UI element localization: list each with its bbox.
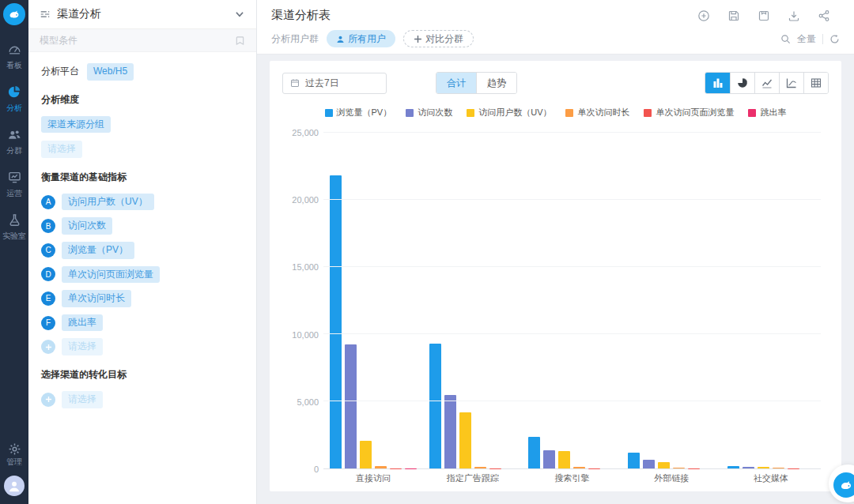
sidebar-item-segment[interactable]: 分群 — [6, 128, 22, 155]
sidebar-item-dashboard[interactable]: 看板 — [6, 43, 22, 70]
panel-header: 渠道分析 — [28, 0, 256, 29]
panel-title: 渠道分析 — [57, 7, 234, 21]
add-goal-placeholder: 请选择 — [62, 391, 103, 408]
download-icon[interactable] — [788, 9, 800, 22]
refresh-icon[interactable] — [829, 34, 840, 44]
add-metric-placeholder: 请选择 — [62, 338, 103, 355]
copy-icon[interactable] — [758, 9, 770, 22]
legend-item[interactable]: 单次访问页面浏览量 — [644, 107, 734, 118]
metric-row: C浏览量（PV） — [41, 242, 244, 259]
bar[interactable] — [345, 344, 357, 468]
metric-badge: D — [41, 267, 55, 281]
bar[interactable] — [429, 344, 441, 468]
bar[interactable] — [558, 451, 570, 468]
metric-chip[interactable]: 单次访问时长 — [62, 290, 131, 307]
line-chart-icon — [761, 77, 773, 88]
dimension-chip[interactable]: 渠道来源分组 — [41, 116, 111, 134]
compare-segment-label: 对比分群 — [425, 32, 463, 46]
metric-row: B访问次数 — [41, 217, 244, 235]
scope-label: 全量 — [797, 32, 816, 46]
audience-value: 所有用户 — [348, 32, 386, 46]
add-icon — [41, 340, 55, 354]
chart-type-line-button[interactable] — [754, 73, 779, 93]
metrics-section-title: 衡量渠道的基础指标 — [41, 171, 244, 184]
bar[interactable] — [773, 468, 784, 468]
platform-label: 分析平台 — [41, 65, 79, 78]
metric-chip[interactable]: 浏览量（PV） — [62, 242, 134, 259]
view-total-tab[interactable]: 合计 — [436, 73, 476, 93]
model-condition-bar[interactable]: 模型条件 — [28, 29, 256, 52]
chevron-down-icon[interactable] — [234, 9, 245, 20]
metric-row: D单次访问页面浏览量 — [41, 266, 244, 284]
metric-chip[interactable]: 单次访问页面浏览量 — [62, 266, 160, 284]
metric-badge: A — [41, 195, 55, 209]
legend-item[interactable]: 跳出率 — [748, 107, 786, 118]
metric-chip[interactable]: 访问次数 — [62, 217, 112, 235]
date-range-input[interactable]: 过去7日 — [282, 73, 387, 94]
audience-pill[interactable]: 所有用户 — [327, 30, 395, 47]
bar[interactable] — [444, 395, 456, 468]
platform-chip[interactable]: Web/H5 — [87, 63, 134, 81]
bar[interactable] — [528, 437, 540, 468]
bar[interactable] — [474, 467, 486, 468]
chart-type-group — [705, 72, 829, 94]
compare-segment-pill[interactable]: 对比分群 — [403, 30, 474, 47]
sidebar-item-analysis[interactable]: 分析 — [6, 85, 22, 112]
table-icon — [811, 77, 822, 88]
add-goal-row[interactable]: 请选择 — [41, 391, 244, 408]
gridline — [323, 199, 821, 200]
legend-item[interactable]: 浏览量（PV） — [325, 107, 392, 118]
chart-type-table-button[interactable] — [803, 73, 828, 93]
sidebar-item-label: 实验室 — [2, 232, 26, 240]
legend-swatch — [325, 109, 333, 117]
bookmark-icon[interactable] — [235, 36, 245, 46]
legend-swatch — [467, 109, 474, 117]
bar[interactable] — [673, 468, 685, 468]
user-icon — [336, 35, 345, 43]
bar[interactable] — [743, 467, 754, 468]
dimension-section-title: 分析维度 — [41, 93, 244, 107]
page-title: 渠道分析表 — [271, 8, 697, 23]
bar-groups: 直接访问指定广告跟踪搜索引擎外部链接社交媒体 — [323, 133, 821, 468]
bar[interactable] — [643, 460, 655, 468]
chart-type-pie-button[interactable] — [730, 73, 754, 93]
sidebar-item-manage[interactable]: 管理 — [6, 442, 22, 466]
bar[interactable] — [628, 453, 640, 468]
bar-group: 指定广告跟踪 — [423, 133, 523, 468]
bar[interactable] — [573, 467, 585, 468]
bar[interactable] — [375, 466, 387, 468]
metric-badge: F — [41, 316, 55, 330]
add-icon — [41, 393, 55, 407]
metric-list: A访问用户数（UV）B访问次数C浏览量（PV）D单次访问页面浏览量E单次访问时长… — [41, 194, 244, 332]
bar[interactable] — [360, 441, 372, 468]
x-axis-category-label: 直接访问 — [323, 472, 423, 484]
save-icon[interactable] — [727, 9, 740, 22]
share-icon[interactable] — [818, 9, 830, 22]
y-axis-tick: 5,000 — [297, 397, 319, 407]
bar[interactable] — [543, 450, 555, 468]
sidebar-item-lab[interactable]: 实验室 — [2, 213, 26, 240]
legend-item[interactable]: 单次访问时长 — [565, 107, 629, 118]
metric-chip[interactable]: 访问用户数（UV） — [62, 194, 154, 211]
legend-label: 单次访问时长 — [577, 107, 629, 118]
add-circle-icon[interactable] — [697, 9, 710, 22]
bar[interactable] — [658, 462, 670, 469]
legend-item[interactable]: 访问用户数（UV） — [467, 107, 551, 118]
view-trend-tab[interactable]: 趋势 — [476, 73, 516, 93]
bar[interactable] — [330, 175, 342, 468]
metric-chip[interactable]: 跳出率 — [62, 314, 103, 332]
app-logo[interactable] — [3, 3, 25, 25]
search-icon[interactable] — [780, 34, 791, 44]
legend-item[interactable]: 访问次数 — [406, 107, 452, 118]
chart-type-bar-button[interactable] — [705, 73, 730, 93]
sidebar-item-operation[interactable]: 运营 — [6, 171, 22, 197]
add-metric-row[interactable]: 请选择 — [41, 338, 244, 355]
metric-badge: E — [41, 291, 55, 306]
bar[interactable] — [727, 466, 739, 468]
bar[interactable] — [459, 412, 471, 468]
chart-type-trend-button[interactable] — [779, 73, 803, 93]
user-avatar[interactable] — [4, 476, 25, 496]
gear-icon — [8, 442, 21, 456]
chart-plot: 直接访问指定广告跟踪搜索引擎外部链接社交媒体 05,00010,00015,00… — [284, 125, 821, 488]
bar[interactable] — [758, 467, 769, 468]
